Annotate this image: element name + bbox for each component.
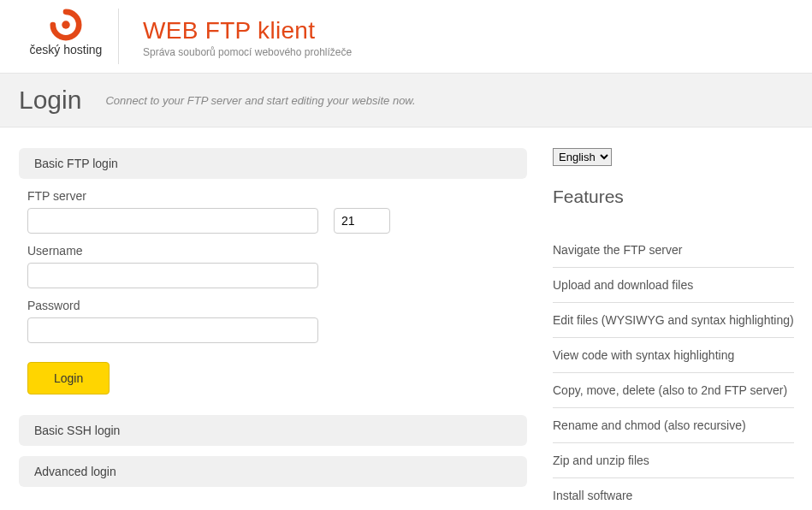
feature-item[interactable]: Navigate the FTP server (553, 233, 794, 268)
ftp-port-input[interactable] (334, 208, 390, 234)
login-form: FTP server Username Password Login (19, 189, 527, 415)
sidebar: English Features Navigate the FTP server… (553, 148, 794, 510)
main-column: Basic FTP login FTP server Username Pass… (19, 148, 527, 497)
feature-item[interactable]: Edit files (WYSIWYG and syntax highlight… (553, 303, 794, 338)
logo-icon (50, 9, 82, 41)
feature-item[interactable]: Upload and download files (553, 268, 794, 303)
features-list: Navigate the FTP server Upload and downl… (553, 233, 794, 510)
language-select[interactable]: English (553, 148, 612, 166)
section-basic-ftp[interactable]: Basic FTP login (19, 148, 527, 179)
feature-item[interactable]: Copy, move, delete (also to 2nd FTP serv… (553, 373, 794, 408)
app-title: WEB FTP klient (143, 17, 352, 44)
page-tagline: Connect to your FTP server and start edi… (105, 94, 415, 107)
section-basic-ssh[interactable]: Basic SSH login (19, 415, 527, 446)
feature-item[interactable]: Rename and chmod (also recursive) (553, 408, 794, 443)
header: český hosting WEB FTP klient Správa soub… (0, 0, 812, 73)
ftp-server-input[interactable] (27, 208, 318, 234)
section-advanced-login[interactable]: Advanced login (19, 456, 527, 487)
password-input[interactable] (27, 317, 318, 343)
app-subtitle: Správa souborů pomocí webového prohlížeč… (143, 46, 352, 58)
features-heading: Features (553, 187, 794, 207)
logo-text: český hosting (30, 43, 103, 56)
username-input[interactable] (27, 263, 318, 288)
vertical-divider (118, 9, 119, 64)
username-label: Username (27, 244, 519, 258)
content: Basic FTP login FTP server Username Pass… (0, 128, 812, 510)
feature-item[interactable]: Zip and unzip files (553, 443, 794, 478)
title-block: WEB FTP klient Správa souborů pomocí web… (143, 9, 352, 58)
feature-item[interactable]: Install software (553, 478, 794, 510)
brand-logo[interactable]: český hosting (19, 9, 113, 56)
page-band: Login Connect to your FTP server and sta… (0, 73, 812, 128)
svg-point-0 (62, 21, 70, 29)
ftp-server-label: FTP server (27, 189, 519, 203)
page-title: Login (19, 86, 81, 115)
feature-item[interactable]: View code with syntax highlighting (553, 338, 794, 373)
login-button[interactable]: Login (27, 362, 110, 394)
password-label: Password (27, 299, 519, 312)
